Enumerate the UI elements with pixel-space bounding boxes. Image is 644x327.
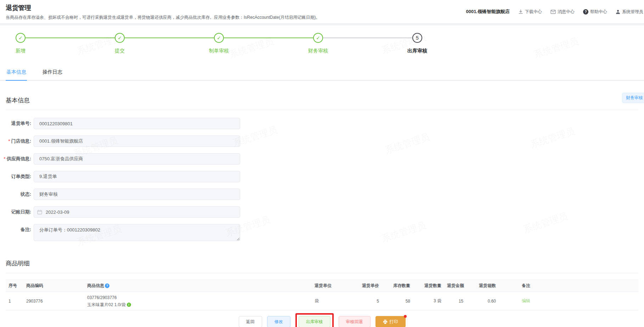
step-doc-audit: ✓ 制单审核 (214, 33, 224, 43)
store-info-input[interactable] (34, 136, 240, 147)
cell-price: 5 (351, 292, 382, 310)
goods-detail-section-head: 商品明细 (6, 259, 638, 268)
return-order-no-input[interactable] (34, 118, 240, 129)
print-button[interactable]: 打印 (375, 316, 406, 327)
help-center-link[interactable]: ? 帮助中心 (583, 9, 607, 15)
col-seq: 序号 (6, 280, 23, 292)
col-remark: 备注 (499, 280, 638, 292)
cell-unit: 袋 (312, 292, 351, 310)
printer-icon (383, 320, 388, 324)
col-code: 商品编码 (23, 280, 84, 292)
col-info: 商品信息? (84, 280, 312, 292)
current-user[interactable]: 系统管理员 (616, 9, 643, 15)
cell-info: 03776/2903776 玉米味薯片02 1.0/袋! (84, 292, 312, 310)
tab-basic-info[interactable]: 基本信息 (6, 65, 27, 80)
modify-button[interactable]: 修改 (267, 316, 290, 327)
divider (6, 110, 638, 110)
footer-actions: 返回 修改 出库审核 审核回退 打印 (0, 313, 644, 327)
table-row: 1 2903776 03776/2903776 玉米味薯片02 1.0/袋! 袋… (6, 292, 638, 310)
store-name[interactable]: 0001.领锋智能旗舰店 (466, 8, 510, 15)
help-icon: ? (583, 9, 588, 15)
status-badge: 财务审核 (622, 93, 644, 103)
download-center-link[interactable]: 下载中心 (518, 9, 542, 15)
step-connector (125, 38, 214, 38)
basic-info-title: 基本信息 (6, 96, 638, 104)
goods-table: 序号 商品编码 商品信息? 退货单位 退货单价 库存数量 退货数量 退货金额 退… (6, 280, 638, 310)
status-input[interactable] (34, 189, 240, 200)
notification-dot (404, 315, 407, 318)
red-highlight-annotation: 出库审核 (295, 313, 334, 327)
field-remark: 备注: 分单订单号：0001220309802 (0, 224, 644, 241)
basic-info-section-head: 基本信息 财务审核 (6, 96, 638, 104)
field-store-info: *门店信息: (0, 136, 644, 147)
edit-link[interactable]: 编辑 (522, 298, 530, 303)
page-header: 退货管理 当商品存在库存溢余、损坏或不合格时，可进行采购退货生成退货单，将货物退… (0, 0, 644, 23)
page-subtitle: 当商品存在库存溢余、损坏或不合格时，可进行采购退货生成退货单，将货物退还供应商，… (6, 15, 638, 21)
col-price: 退货单价 (351, 280, 382, 292)
cell-seq: 1 (6, 292, 23, 310)
step-check-icon: ✓ (313, 33, 323, 43)
header-divider (0, 23, 644, 26)
topbar: 0001.领锋智能旗舰店 下载中心 消息中心 ? 帮助中心 系统管理员 (466, 8, 643, 15)
col-amount: 退货金额 (444, 280, 466, 292)
remark-textarea[interactable]: 分单订单号：0001220309802 (34, 224, 240, 241)
user-icon (616, 10, 620, 14)
step-check-icon: ✓ (115, 33, 125, 43)
green-info-icon[interactable]: ! (127, 303, 131, 307)
cell-stock: 58 (382, 292, 413, 310)
field-return-order-no: 退货单号: (0, 118, 644, 129)
account-date-input[interactable] (34, 206, 240, 218)
step-number: 5 (412, 33, 422, 43)
back-button[interactable]: 返回 (239, 316, 262, 327)
tab-operation-log[interactable]: 操作日志 (42, 65, 63, 80)
step-connector (26, 38, 115, 38)
basic-info-form: 退货单号: *门店信息: *供应商信息: 订单类型: 状态: 记账日期: 备注:… (0, 118, 644, 241)
step-new: ✓ 新增 (16, 33, 26, 43)
col-unit: 退货单位 (312, 280, 351, 292)
calendar-icon (37, 210, 42, 214)
cell-boxes: 0.60 (466, 292, 499, 310)
step-outbound-audit: 5 出库审核 (412, 33, 422, 43)
step-submit: ✓ 提交 (115, 33, 125, 43)
step-connector (323, 38, 412, 38)
step-finance-audit: ✓ 财务审核 (313, 33, 323, 43)
steps-progress: ✓ 新增 ✓ 提交 ✓ 制单审核 ✓ 财务审核 5 出库审核 (0, 33, 644, 63)
cell-code: 2903776 (23, 292, 84, 310)
field-order-type: 订单类型: (0, 171, 644, 182)
step-check-icon: ✓ (214, 33, 224, 43)
audit-rollback-button[interactable]: 审核回退 (339, 316, 371, 327)
tab-bar: 基本信息 操作日志 (0, 65, 644, 81)
help-icon[interactable]: ? (105, 283, 109, 288)
col-boxes: 退货箱数 (466, 280, 499, 292)
field-account-date: 记账日期: (0, 206, 644, 218)
col-stock: 库存数量 (382, 280, 413, 292)
goods-detail-title: 商品明细 (6, 259, 638, 268)
download-icon (518, 9, 523, 14)
order-type-input[interactable] (34, 171, 240, 182)
step-connector (224, 38, 313, 38)
divider (6, 273, 638, 273)
table-header-row: 序号 商品编码 商品信息? 退货单位 退货单价 库存数量 退货数量 退货金额 退… (6, 280, 638, 292)
field-supplier-info: *供应商信息: (0, 153, 644, 165)
col-qty: 退货数量 (413, 280, 444, 292)
supplier-info-input[interactable] (34, 153, 240, 165)
message-center-link[interactable]: 消息中心 (550, 9, 575, 15)
cell-amount: 15 (444, 292, 466, 310)
field-status: 状态: (0, 189, 644, 200)
message-icon (550, 10, 556, 14)
cell-qty: 3 袋 (413, 292, 444, 310)
outbound-audit-button[interactable]: 出库审核 (299, 316, 331, 327)
cell-remark: 编辑 (499, 292, 638, 310)
step-check-icon: ✓ (16, 33, 26, 43)
